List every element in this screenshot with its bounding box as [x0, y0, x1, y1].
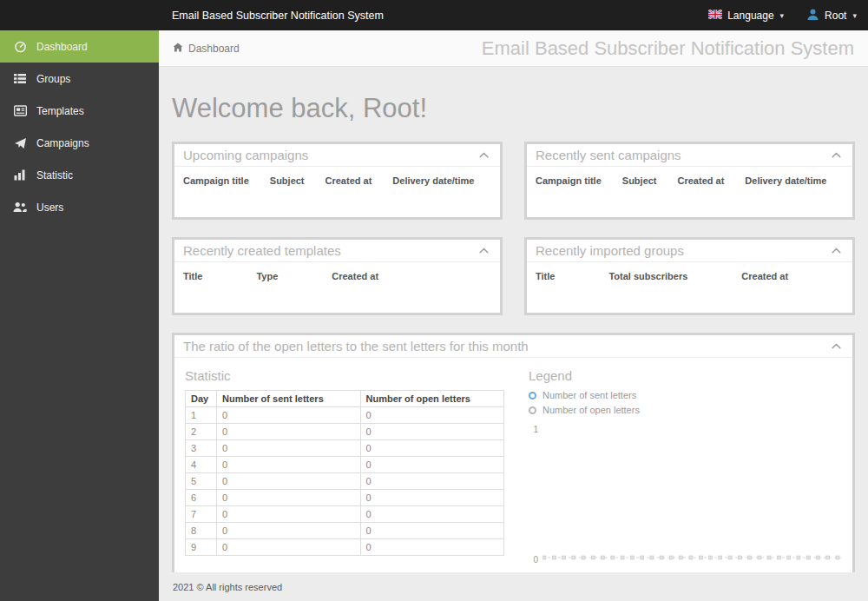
- main-content: Welcome back, Root! Upcoming campaigns C…: [159, 93, 868, 581]
- ratio-panel-body: Statistic DayNumber of sent lettersNumbe…: [174, 358, 852, 578]
- sidebar-item-groups[interactable]: Groups: [0, 63, 159, 95]
- table-row: 4 0 0: [186, 457, 504, 473]
- sidebar-item-label: Dashboard: [36, 41, 88, 53]
- language-menu[interactable]: Language ▾: [697, 0, 795, 30]
- column-header: Campaign title: [536, 175, 602, 186]
- page-title: Email Based Subscriber Notification Syst…: [482, 37, 854, 60]
- sidebar-item-users[interactable]: Users: [0, 191, 159, 223]
- table-row: 3 0 0: [186, 440, 504, 457]
- sent-cell: 0: [217, 473, 361, 490]
- column-header: Title: [536, 271, 555, 281]
- collapse-button[interactable]: [829, 341, 844, 351]
- chevron-up-icon: [479, 248, 489, 254]
- day-cell: 2: [186, 424, 217, 440]
- templates-icon: [13, 105, 27, 116]
- open-cell: 0: [360, 440, 504, 457]
- day-cell: 5: [186, 473, 217, 490]
- sidebar-item-dashboard[interactable]: Dashboard: [0, 30, 159, 63]
- column-header: Title: [183, 271, 202, 281]
- sidebar-item-label: Groups: [36, 73, 70, 85]
- caret-down-icon: ▾: [780, 11, 785, 20]
- collapse-button[interactable]: [829, 150, 844, 160]
- sidebar-item-label: Templates: [36, 105, 84, 117]
- ratio-chart: 1 0: [529, 429, 842, 561]
- legend-dot-sent-icon: [529, 392, 536, 400]
- day-cell: 8: [186, 523, 217, 539]
- panel-ratio: The ratio of the open letters to the sen…: [172, 333, 855, 581]
- table-header-row: DayNumber of sent lettersNumber of open …: [186, 391, 504, 407]
- panel-title: Upcoming campaigns: [183, 148, 308, 162]
- panel-header: Recently sent campaigns: [527, 144, 852, 167]
- statistic-heading: Statistic: [185, 368, 513, 383]
- column-header: Delivery date/time: [745, 175, 826, 186]
- table-row: 1 0 0: [186, 407, 504, 424]
- open-cell: 0: [360, 523, 504, 539]
- legend-heading: Legend: [529, 368, 842, 383]
- open-cell: 0: [360, 407, 504, 424]
- table-body: 1 0 0 2 0 0 3 0 0: [186, 407, 504, 556]
- chevron-up-icon: [832, 248, 841, 254]
- panel-recently-created-templates: Recently created templates TitleTypeCrea…: [172, 237, 503, 315]
- day-cell: 6: [186, 490, 217, 506]
- collapse-button[interactable]: [477, 150, 491, 160]
- sidebar-item-label: Users: [36, 201, 63, 214]
- day-cell: 7: [186, 506, 217, 523]
- sidebar-item-campaigns[interactable]: Campaigns: [0, 127, 159, 159]
- sent-cell: 0: [217, 440, 361, 457]
- column-header: Campaign title: [183, 175, 249, 186]
- panel-recently-imported-groups: Recently imported groups TitleTotal subs…: [524, 237, 855, 315]
- table-headers: Campaign titleSubjectCreated atDelivery …: [183, 175, 491, 186]
- open-cell: 0: [360, 506, 504, 523]
- column-header: Created at: [332, 271, 378, 281]
- user-avatar-icon: [806, 8, 819, 23]
- column-header: Subject: [270, 175, 305, 186]
- column-header: Created at: [741, 271, 788, 281]
- dashboard-icon: [13, 40, 27, 53]
- chevron-up-icon: [832, 152, 841, 158]
- sent-cell: 0: [217, 539, 361, 556]
- content-area: Dashboard Email Based Subscriber Notific…: [159, 30, 868, 601]
- app-title: Email Based Subscriber Notification Syst…: [172, 10, 384, 22]
- sent-cell: 0: [217, 407, 361, 424]
- user-name: Root: [825, 10, 846, 22]
- sidebar-item-statistic[interactable]: Statistic: [0, 159, 159, 191]
- sidebar-item-templates[interactable]: Templates: [0, 95, 159, 127]
- column-header: Created at: [326, 175, 372, 186]
- column-header: Type: [256, 271, 278, 281]
- collapse-button[interactable]: [477, 246, 491, 255]
- panel-title: Recently created templates: [183, 243, 341, 258]
- legend-item-sent[interactable]: Number of sent letters: [529, 390, 842, 400]
- column-header: Delivery date/time: [392, 175, 474, 186]
- legend-item-open[interactable]: Number of open letters: [529, 405, 842, 415]
- campaigns-icon: [13, 137, 27, 149]
- chart-plot-area: [542, 429, 845, 561]
- collapse-button[interactable]: [829, 246, 844, 255]
- column-header: Number of open letters: [360, 391, 504, 407]
- sent-cell: 0: [217, 457, 361, 473]
- table-row: 8 0 0: [186, 523, 504, 539]
- legend-label: Number of sent letters: [542, 390, 636, 400]
- open-cell: 0: [360, 490, 504, 506]
- panel-header: The ratio of the open letters to the sen…: [174, 335, 852, 358]
- user-menu[interactable]: Root ▾: [795, 0, 868, 30]
- groups-icon: [13, 73, 27, 84]
- caret-down-icon: ▾: [852, 11, 857, 20]
- table-row: 6 0 0: [186, 490, 504, 506]
- breadcrumb[interactable]: Dashboard: [173, 43, 240, 55]
- open-cell: 0: [360, 539, 504, 556]
- home-icon: [173, 43, 183, 55]
- panel-upcoming-campaigns: Upcoming campaigns Campaign titleSubject…: [172, 142, 503, 220]
- table-headers: Campaign titleSubjectCreated atDelivery …: [536, 175, 844, 186]
- day-cell: 9: [186, 539, 217, 556]
- table-row: 7 0 0: [186, 506, 504, 523]
- chevron-up-icon: [479, 152, 489, 158]
- panel-title: Recently sent campaigns: [536, 148, 681, 162]
- day-cell: 1: [186, 407, 217, 424]
- panel-header: Upcoming campaigns: [174, 144, 500, 167]
- table-row: 9 0 0: [186, 539, 504, 556]
- legend-column: Legend Number of sent letters Number of …: [513, 360, 842, 561]
- column-header: Number of sent letters: [217, 391, 361, 407]
- statistic-table: DayNumber of sent lettersNumber of open …: [185, 390, 504, 556]
- table-headers: TitleTypeCreated at: [183, 271, 491, 281]
- open-cell: 0: [360, 457, 504, 473]
